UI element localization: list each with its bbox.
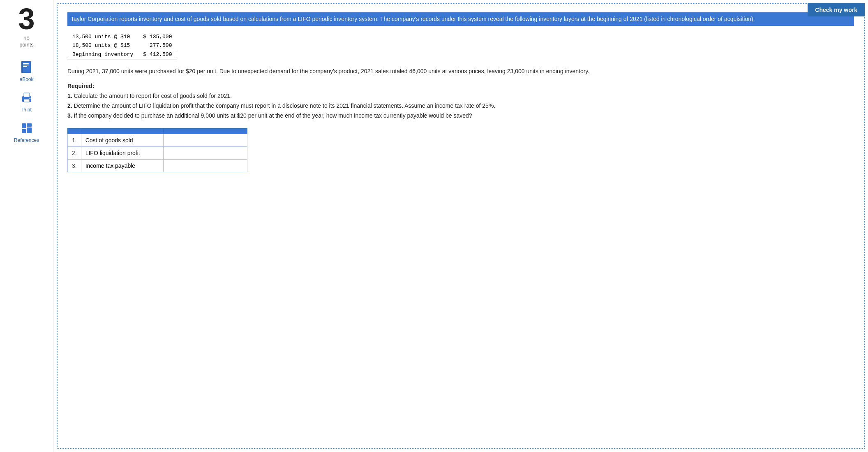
answer-label-2: LIFO liquidation profit	[81, 146, 163, 159]
required-label: Required:	[67, 83, 94, 89]
inventory-total-label: Beginning inventory	[67, 50, 138, 60]
inventory-row-1: 13,500 units @ $10 $ 135,000	[67, 32, 177, 41]
sidebar-item-print-label: Print	[21, 107, 32, 113]
book-icon	[19, 60, 34, 75]
svg-rect-1	[23, 63, 29, 64]
inventory-table: 13,500 units @ $10 $ 135,000 18,500 unit…	[67, 32, 177, 60]
points-label: 10 points	[19, 35, 34, 48]
required-item-3: 3. If the company decided to purchase an…	[67, 112, 472, 119]
answer-value-2[interactable]	[168, 149, 243, 157]
sidebar-item-print[interactable]: Print	[19, 90, 34, 113]
references-icon	[19, 121, 34, 136]
inventory-amount-1: $ 135,000	[138, 32, 177, 41]
answer-num-3: 3.	[68, 159, 81, 172]
answer-label-3: Income tax payable	[81, 159, 163, 172]
answer-num-1: 1.	[68, 134, 81, 146]
svg-rect-3	[23, 66, 27, 67]
required-item-2: 2. Determine the amount of LIFO liquidat…	[67, 102, 495, 109]
answer-table: 1. Cost of goods sold 2. LIFO liquidatio…	[67, 128, 247, 172]
inventory-desc-2: 18,500 units @ $15	[67, 41, 138, 50]
question-number: 3	[18, 4, 35, 34]
inventory-desc-1: 13,500 units @ $10	[67, 32, 138, 41]
inventory-row-2: 18,500 units @ $15 277,500	[67, 41, 177, 50]
sidebar-item-references-label: References	[14, 137, 39, 143]
svg-rect-10	[22, 129, 26, 133]
sidebar-item-ebook-label: eBook	[19, 76, 33, 82]
svg-rect-12	[27, 127, 32, 133]
col-header-num	[68, 128, 81, 134]
answer-input-2[interactable]	[163, 146, 247, 159]
svg-rect-9	[22, 123, 26, 128]
svg-point-8	[29, 98, 30, 99]
svg-rect-4	[21, 61, 23, 73]
svg-rect-11	[27, 123, 32, 127]
answer-table-header-row	[68, 128, 247, 134]
svg-rect-2	[23, 65, 29, 65]
answer-row-1: 1. Cost of goods sold	[68, 134, 247, 146]
answer-input-3[interactable]	[163, 159, 247, 172]
problem-highlighted-text: Taylor Corporation reports inventory and…	[67, 12, 854, 26]
answer-row-3: 3. Income tax payable	[68, 159, 247, 172]
check-my-work-button[interactable]: Check my work	[808, 3, 865, 16]
answer-table-wrapper: 1. Cost of goods sold 2. LIFO liquidatio…	[67, 128, 854, 172]
inventory-total-row: Beginning inventory $ 412,500	[67, 50, 177, 60]
print-icon	[19, 90, 34, 105]
inventory-amount-2: 277,500	[138, 41, 177, 50]
sidebar-item-references[interactable]: References	[14, 121, 39, 143]
required-item-1: 1. Calculate the amount to report for co…	[67, 93, 232, 99]
sidebar: 3 10 points eBook	[0, 0, 53, 452]
answer-value-1[interactable]	[168, 136, 243, 144]
answer-row-2: 2. LIFO liquidation profit	[68, 146, 247, 159]
answer-num-2: 2.	[68, 146, 81, 159]
svg-rect-7	[24, 99, 30, 102]
col-header-label	[81, 128, 163, 134]
answer-value-3[interactable]	[168, 162, 243, 170]
required-section: Required: 1. Calculate the amount to rep…	[67, 81, 854, 121]
answer-input-1[interactable]	[163, 134, 247, 146]
problem-paragraph: During 2021, 37,000 units were purchased…	[67, 67, 854, 76]
col-header-amount	[163, 128, 247, 134]
svg-rect-6	[24, 93, 30, 97]
inventory-total-amount: $ 412,500	[138, 50, 177, 60]
sidebar-item-ebook[interactable]: eBook	[19, 60, 34, 82]
answer-label-1: Cost of goods sold	[81, 134, 163, 146]
main-content: Check my work Taylor Corporation reports…	[57, 3, 865, 449]
